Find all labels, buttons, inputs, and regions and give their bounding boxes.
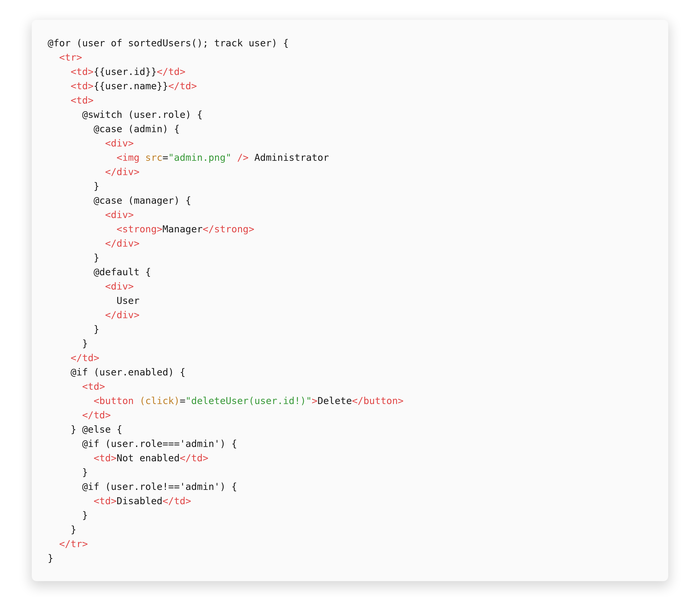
code-line: } bbox=[48, 324, 99, 335]
code-line: </div> bbox=[48, 238, 140, 249]
code-line: </div> bbox=[48, 309, 140, 320]
code-line: <button (click)="deleteUser(user.id!)">D… bbox=[48, 395, 404, 406]
token-plain bbox=[140, 152, 145, 163]
token-plain: Not enabled bbox=[117, 452, 180, 463]
token-plain bbox=[231, 152, 237, 163]
token-plain: {{user.id}} bbox=[94, 66, 157, 77]
token-tag: <td> bbox=[82, 381, 105, 392]
token-tag: <strong> bbox=[117, 223, 162, 235]
token-plain: } bbox=[94, 324, 99, 335]
code-line: <tr> bbox=[48, 52, 82, 63]
token-tag: </td> bbox=[180, 452, 208, 463]
code-card: @for (user of sortedUsers(); track user)… bbox=[32, 20, 668, 581]
code-line: User bbox=[48, 295, 140, 306]
token-plain: User bbox=[117, 295, 140, 306]
token-plain: Administrator bbox=[249, 152, 329, 163]
code-line: </tr> bbox=[48, 538, 88, 549]
code-line: @if (user.role==='admin') { bbox=[48, 438, 237, 449]
code-line: </div> bbox=[48, 166, 140, 177]
code-line: <div> bbox=[48, 281, 134, 292]
token-plain: @switch (user.role) { bbox=[82, 109, 203, 120]
token-plain: @for (user of sortedUsers(); track user)… bbox=[48, 38, 289, 48]
token-tag: <td> bbox=[94, 495, 117, 506]
token-string: "deleteUser(user.id!)" bbox=[185, 395, 312, 406]
token-tag: </div> bbox=[105, 238, 140, 249]
token-tag: </td> bbox=[162, 495, 191, 506]
token-tag: <td> bbox=[94, 452, 117, 463]
token-attr: (click) bbox=[140, 395, 180, 406]
token-plain: @default { bbox=[94, 266, 151, 278]
token-tag: <button bbox=[94, 395, 134, 406]
code-line: <td>{{user.id}}</td> bbox=[48, 66, 185, 77]
token-attr: src bbox=[145, 152, 162, 163]
token-tag: <div> bbox=[105, 209, 134, 220]
token-plain: = bbox=[180, 395, 185, 406]
code-line: </td> bbox=[48, 352, 99, 363]
code-line: } bbox=[48, 509, 88, 521]
token-tag: </strong> bbox=[203, 223, 254, 235]
token-tag: </button> bbox=[352, 395, 404, 406]
token-plain: @if (user.role!=='admin') { bbox=[82, 481, 237, 492]
code-line: @case (manager) { bbox=[48, 195, 191, 206]
token-plain: } bbox=[82, 338, 88, 349]
token-tag: <td> bbox=[71, 66, 94, 77]
code-line: <strong>Manager</strong> bbox=[48, 223, 254, 235]
token-tag: </div> bbox=[105, 309, 140, 320]
token-plain: } bbox=[94, 252, 99, 263]
token-plain: @case (admin) { bbox=[94, 123, 180, 134]
token-tag: <td> bbox=[71, 95, 94, 106]
token-tag: <tr> bbox=[59, 52, 82, 63]
token-tag: </td> bbox=[71, 352, 100, 363]
code-line: </td> bbox=[48, 409, 111, 421]
token-tag: <img bbox=[117, 152, 140, 163]
token-tag: </td> bbox=[157, 66, 185, 77]
code-line: } @else { bbox=[48, 424, 122, 435]
token-plain: } bbox=[48, 552, 53, 564]
token-plain: } bbox=[94, 181, 99, 192]
code-line: <div> bbox=[48, 209, 134, 220]
token-plain: } bbox=[71, 524, 76, 535]
token-plain: } bbox=[82, 467, 88, 478]
code-line: @case (admin) { bbox=[48, 123, 180, 134]
token-tag: <td> bbox=[71, 80, 94, 91]
code-line: } bbox=[48, 467, 88, 478]
token-tag: > bbox=[312, 395, 318, 406]
code-line: @if (user.role!=='admin') { bbox=[48, 481, 237, 492]
token-string: "admin.png" bbox=[168, 152, 231, 163]
token-plain bbox=[134, 395, 140, 406]
token-tag: </td> bbox=[82, 409, 111, 421]
token-tag: </td> bbox=[168, 80, 197, 91]
code-line: @for (user of sortedUsers(); track user)… bbox=[48, 38, 289, 48]
token-tag: /> bbox=[237, 152, 249, 163]
code-block: @for (user of sortedUsers(); track user)… bbox=[48, 36, 652, 565]
token-plain: @if (user.enabled) { bbox=[71, 366, 185, 378]
code-line: <img src="admin.png" /> Administrator bbox=[48, 152, 329, 163]
token-plain: {{user.name}} bbox=[94, 80, 168, 91]
token-plain: } @else { bbox=[71, 424, 122, 435]
code-line: } bbox=[48, 524, 76, 535]
code-line: @switch (user.role) { bbox=[48, 109, 203, 120]
code-line: } bbox=[48, 338, 88, 349]
code-line: @default { bbox=[48, 266, 151, 278]
code-line: @if (user.enabled) { bbox=[48, 366, 185, 378]
token-plain: Delete bbox=[318, 395, 352, 406]
token-plain: } bbox=[82, 509, 88, 521]
code-line: <td>Not enabled</td> bbox=[48, 452, 208, 463]
code-line: <td> bbox=[48, 95, 94, 106]
token-plain: @case (manager) { bbox=[94, 195, 191, 206]
code-line: <div> bbox=[48, 138, 134, 149]
token-plain: = bbox=[162, 152, 168, 163]
page: @for (user of sortedUsers(); track user)… bbox=[0, 0, 700, 597]
code-line: <td> bbox=[48, 381, 105, 392]
code-line: } bbox=[48, 181, 99, 192]
token-tag: <div> bbox=[105, 138, 134, 149]
code-line: } bbox=[48, 552, 53, 564]
token-tag: <div> bbox=[105, 281, 134, 292]
token-tag: </div> bbox=[105, 166, 140, 177]
code-line: <td>Disabled</td> bbox=[48, 495, 191, 506]
code-line: <td>{{user.name}}</td> bbox=[48, 80, 197, 91]
token-plain: @if (user.role==='admin') { bbox=[82, 438, 237, 449]
token-plain: Disabled bbox=[117, 495, 162, 506]
token-tag: </tr> bbox=[59, 538, 88, 549]
token-plain: Manager bbox=[162, 223, 203, 235]
